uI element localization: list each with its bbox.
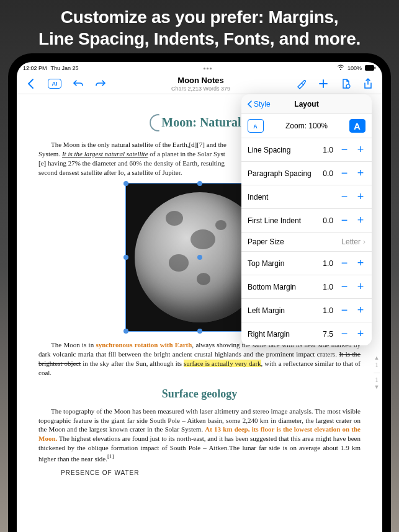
popover-back-button[interactable]: Style bbox=[248, 100, 271, 109]
svg-text:A: A bbox=[253, 123, 258, 130]
marketing-banner: Customize as you prefer: Margins, Line S… bbox=[0, 0, 399, 61]
bottom-margin-row: Bottom Margin 1.0 − + bbox=[241, 275, 372, 299]
svg-point-0 bbox=[340, 69, 341, 70]
first-line-indent-minus[interactable]: − bbox=[339, 214, 349, 227]
bottom-margin-plus[interactable]: + bbox=[356, 280, 365, 293]
ipad-screen: 12:02 PM Thu Jan 25 100% AI bbox=[17, 62, 382, 532]
svg-rect-2 bbox=[375, 66, 376, 69]
paragraph-3: The topography of the Moon has been meas… bbox=[38, 407, 361, 464]
app-toolbar: AI Moon Notes Chars 2,213 Words 379 bbox=[17, 73, 382, 94]
document-settings-icon[interactable] bbox=[340, 78, 351, 89]
svg-text:A: A bbox=[354, 121, 361, 131]
chevron-right-icon: › bbox=[363, 237, 365, 246]
first-line-indent-plus[interactable]: + bbox=[356, 214, 365, 227]
layout-popover: Style Layout A Zoom: 100% A Line Spacing… bbox=[241, 94, 372, 345]
add-icon[interactable] bbox=[318, 78, 329, 89]
zoom-in-button[interactable]: A bbox=[349, 119, 365, 133]
top-margin-minus[interactable]: − bbox=[339, 257, 349, 270]
indent-row: Indent − + bbox=[241, 185, 372, 209]
document-title: Moon Notes bbox=[171, 76, 230, 85]
left-margin-minus[interactable]: − bbox=[339, 304, 349, 317]
left-margin-row: Left Margin 1.0 − + bbox=[241, 299, 372, 322]
top-margin-plus[interactable]: + bbox=[356, 257, 365, 270]
battery-icon bbox=[365, 65, 376, 72]
subheading-surface-geology: Surface geology bbox=[38, 388, 361, 401]
undo-icon[interactable] bbox=[73, 78, 84, 89]
status-time: 12:02 PM bbox=[23, 65, 47, 71]
document-stats: Chars 2,213 Words 379 bbox=[171, 86, 230, 92]
ai-icon[interactable]: AI bbox=[48, 79, 61, 89]
redo-icon[interactable] bbox=[95, 78, 106, 89]
right-margin-row: Right Margin 7.5 − + bbox=[241, 322, 372, 345]
line-spacing-row: Line Spacing 1.0 − + bbox=[241, 138, 372, 162]
presence-of-water-label: PRESENCE OF WATER bbox=[61, 469, 361, 476]
svg-point-3 bbox=[346, 84, 350, 88]
status-bar: 12:02 PM Thu Jan 25 100% bbox=[17, 62, 382, 73]
zoom-out-button[interactable]: A bbox=[248, 119, 264, 133]
back-icon[interactable] bbox=[25, 78, 37, 89]
zoom-row: A Zoom: 100% A bbox=[241, 114, 372, 138]
share-icon[interactable] bbox=[362, 78, 374, 89]
left-margin-plus[interactable]: + bbox=[356, 304, 365, 317]
wifi-icon bbox=[337, 64, 344, 72]
ipad-frame: 12:02 PM Thu Jan 25 100% AI bbox=[8, 53, 391, 532]
battery-percent: 100% bbox=[347, 65, 362, 71]
first-line-indent-row: First Line Indent 0.0 − + bbox=[241, 209, 372, 233]
format-brush-icon[interactable] bbox=[295, 78, 307, 89]
marketing-line2: Line Spacing, Indents, Fonts, and more. bbox=[12, 28, 387, 50]
paragraph-spacing-plus[interactable]: + bbox=[356, 167, 365, 180]
right-margin-plus[interactable]: + bbox=[356, 327, 365, 340]
popover-title: Layout bbox=[294, 100, 318, 109]
svg-rect-1 bbox=[365, 65, 374, 71]
line-spacing-minus[interactable]: − bbox=[339, 143, 349, 156]
multitask-dots[interactable] bbox=[204, 68, 212, 69]
paragraph-spacing-minus[interactable]: − bbox=[339, 167, 349, 180]
line-spacing-plus[interactable]: + bbox=[356, 143, 365, 156]
paragraph-2: The Moon is in synchronous rotation with… bbox=[38, 340, 361, 377]
bottom-margin-minus[interactable]: − bbox=[339, 280, 349, 293]
indent-minus[interactable]: − bbox=[339, 190, 349, 203]
zoom-label: Zoom: 100% bbox=[285, 122, 328, 130]
top-margin-row: Top Margin 1.0 − + bbox=[241, 252, 372, 275]
paper-size-row[interactable]: Paper Size Letter › bbox=[241, 233, 372, 252]
paragraph-spacing-row: Paragraph Spacing 0.0 − + bbox=[241, 162, 372, 185]
indent-plus[interactable]: + bbox=[356, 190, 365, 203]
right-margin-minus[interactable]: − bbox=[339, 327, 349, 340]
status-date: Thu Jan 25 bbox=[51, 65, 79, 71]
crescent-moon-icon bbox=[141, 114, 158, 130]
page-indicator[interactable]: ▲ 1 — 1 ▼ bbox=[374, 355, 380, 390]
popover-header: Style Layout bbox=[241, 94, 372, 114]
marketing-line1: Customize as you prefer: Margins, bbox=[12, 6, 387, 28]
